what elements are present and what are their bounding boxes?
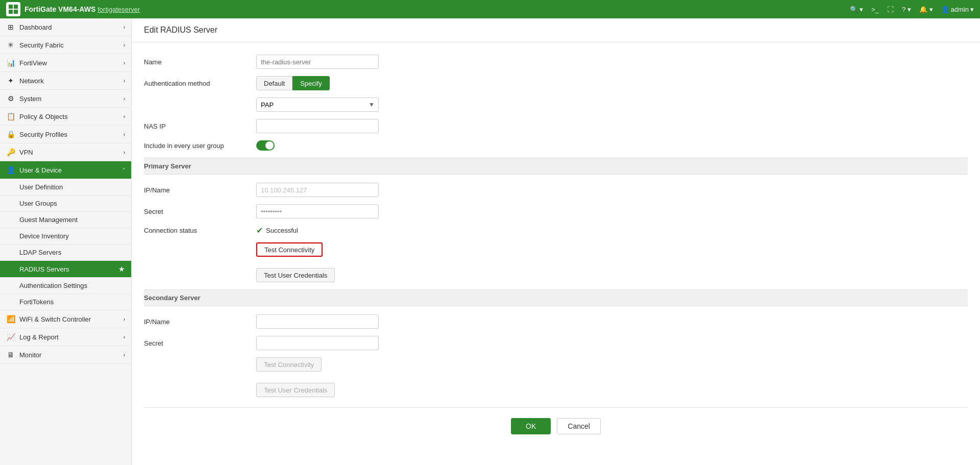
- secondary-test-creds-row: Test User Credentials: [144, 383, 968, 397]
- svg-rect-0: [9, 5, 13, 9]
- primary-ip-input[interactable]: [256, 183, 379, 197]
- secret-row: Secret: [144, 204, 968, 218]
- secondary-ip-input[interactable]: [256, 314, 379, 329]
- svg-rect-2: [9, 10, 13, 14]
- primary-ip-label: IP/Name: [144, 186, 256, 194]
- pap-select-wrapper: PAP ▼: [256, 97, 379, 112]
- sidebar-item-security-profiles[interactable]: 🔒 Security Profiles ›: [0, 126, 131, 143]
- secret-input[interactable]: [256, 204, 379, 218]
- connection-status-label: Connection status: [144, 227, 256, 234]
- secondary-secret-input[interactable]: [256, 336, 379, 350]
- footer-actions: OK Cancel: [144, 407, 968, 445]
- connection-status-row: Connection status ✔ Successful: [144, 226, 968, 235]
- name-input[interactable]: [256, 55, 379, 69]
- sidebar-item-radius-servers[interactable]: RADIUS Servers ★: [0, 261, 131, 278]
- chevron-icon: ›: [124, 316, 125, 322]
- bell-icon[interactable]: 🔔 ▾: [919, 6, 933, 13]
- status-check-icon: ✔: [256, 226, 263, 235]
- sidebar-item-log-report[interactable]: 📈 Log & Report ›: [0, 328, 131, 346]
- content-area: Edit RADIUS Server Name Authentication m…: [132, 18, 980, 465]
- sidebar-item-vpn[interactable]: 🔑 VPN ›: [0, 143, 131, 161]
- nas-ip-row: NAS IP: [144, 119, 968, 133]
- network-icon: ✦: [6, 77, 15, 85]
- chevron-down-icon: ˅: [122, 167, 125, 173]
- chevron-icon: ›: [124, 334, 125, 340]
- chevron-icon: ›: [124, 25, 125, 30]
- star-icon: ★: [118, 265, 125, 273]
- topbar-right: 🔍 ▾ >_ ⛶ ? ▾ 🔔 ▾ 👤 admin ▾: [850, 6, 974, 13]
- primary-test-creds-row: Test User Credentials: [144, 268, 968, 282]
- app-name: FortiGate VM64-AWS: [24, 5, 95, 13]
- primary-test-connectivity-button[interactable]: Test Connectivity: [256, 242, 323, 257]
- svg-rect-1: [14, 5, 18, 9]
- sidebar-item-fortiview[interactable]: 📊 FortiView ›: [0, 54, 131, 72]
- policy-icon: 📋: [6, 112, 15, 120]
- sidebar-item-system[interactable]: ⚙ System ›: [0, 90, 131, 108]
- log-report-icon: 📈: [6, 333, 15, 341]
- sidebar-item-ldap-servers[interactable]: LDAP Servers: [0, 244, 131, 261]
- secondary-test-user-creds-button[interactable]: Test User Credentials: [256, 383, 335, 397]
- sidebar-item-policy-objects[interactable]: 📋 Policy & Objects ›: [0, 108, 131, 126]
- sidebar: ⊞ Dashboard › ✳ Security Fabric › 📊 Fort…: [0, 18, 132, 465]
- sidebar-item-security-fabric[interactable]: ✳ Security Fabric ›: [0, 36, 131, 54]
- chevron-icon: ›: [124, 78, 125, 84]
- chevron-icon: ›: [124, 352, 125, 358]
- sidebar-item-fortitoken[interactable]: FortiTokens: [0, 294, 131, 310]
- primary-test-user-creds-button[interactable]: Test User Credentials: [256, 268, 335, 282]
- logo-icon: [6, 2, 20, 16]
- dashboard-icon: ⊞: [6, 23, 15, 31]
- search-icon[interactable]: 🔍 ▾: [850, 6, 864, 13]
- connection-status-value: ✔ Successful: [256, 226, 298, 235]
- sidebar-item-wifi-switch[interactable]: 📶 WiFi & Switch Controller ›: [0, 310, 131, 328]
- app-logo: FortiGate VM64-AWS: [6, 2, 95, 16]
- terminal-icon[interactable]: >_: [871, 6, 879, 13]
- security-fabric-icon: ✳: [6, 41, 15, 49]
- auth-btn-specify[interactable]: Specify: [292, 76, 330, 90]
- secondary-ip-row: IP/Name: [144, 314, 968, 329]
- ok-button[interactable]: OK: [511, 418, 551, 434]
- help-icon[interactable]: ? ▾: [902, 6, 911, 13]
- system-icon: ⚙: [6, 94, 15, 103]
- sidebar-item-auth-settings[interactable]: Authentication Settings: [0, 278, 131, 294]
- svg-rect-3: [14, 10, 18, 14]
- sidebar-item-network[interactable]: ✦ Network ›: [0, 72, 131, 90]
- name-row: Name: [144, 55, 968, 69]
- include-group-label: Include in every user group: [144, 142, 256, 150]
- include-group-toggle[interactable]: [256, 140, 275, 151]
- chevron-icon: ›: [124, 132, 125, 137]
- fullscreen-icon[interactable]: ⛶: [887, 6, 894, 13]
- chevron-icon: ›: [124, 114, 125, 119]
- user-icon[interactable]: 👤 admin ▾: [941, 6, 974, 13]
- nas-ip-input[interactable]: [256, 119, 379, 133]
- chevron-icon: ›: [124, 150, 125, 155]
- monitor-icon: 🖥: [6, 351, 15, 359]
- sidebar-item-device-inventory[interactable]: Device Inventory: [0, 228, 131, 244]
- primary-btn-row: Test Connectivity: [256, 242, 323, 257]
- include-group-row: Include in every user group: [144, 140, 968, 151]
- auth-method-row: Authentication method Default Specify: [144, 76, 968, 90]
- primary-test-connectivity-row: Test Connectivity: [144, 242, 968, 261]
- cancel-button[interactable]: Cancel: [557, 418, 601, 434]
- chevron-icon: ›: [124, 96, 125, 102]
- main-layout: ⊞ Dashboard › ✳ Security Fabric › 📊 Fort…: [0, 18, 980, 465]
- secret-label: Secret: [144, 208, 256, 215]
- content-body: Name Authentication method Default Speci…: [132, 42, 980, 457]
- sidebar-item-user-definition[interactable]: User Definition: [0, 179, 131, 195]
- secondary-secret-label: Secret: [144, 339, 256, 347]
- auth-btn-default[interactable]: Default: [256, 76, 292, 90]
- pap-select[interactable]: PAP: [256, 97, 379, 112]
- primary-ip-row: IP/Name: [144, 183, 968, 197]
- hostname[interactable]: fortigateserver: [97, 6, 140, 13]
- sidebar-item-user-groups[interactable]: User Groups: [0, 195, 131, 212]
- sidebar-item-monitor[interactable]: 🖥 Monitor ›: [0, 346, 131, 364]
- sidebar-item-guest-management[interactable]: Guest Management: [0, 212, 131, 228]
- primary-server-section: Primary Server: [144, 158, 968, 175]
- sidebar-item-user-device[interactable]: 👤 User & Device ˅: [0, 161, 131, 179]
- secondary-test-connectivity-button[interactable]: Test Connectivity: [256, 357, 322, 372]
- wifi-switch-icon: 📶: [6, 315, 15, 323]
- pap-row: PAP ▼: [144, 97, 968, 112]
- name-label: Name: [144, 58, 256, 66]
- auth-method-label: Authentication method: [144, 80, 256, 87]
- secondary-secret-row: Secret: [144, 336, 968, 350]
- sidebar-item-dashboard[interactable]: ⊞ Dashboard ›: [0, 18, 131, 36]
